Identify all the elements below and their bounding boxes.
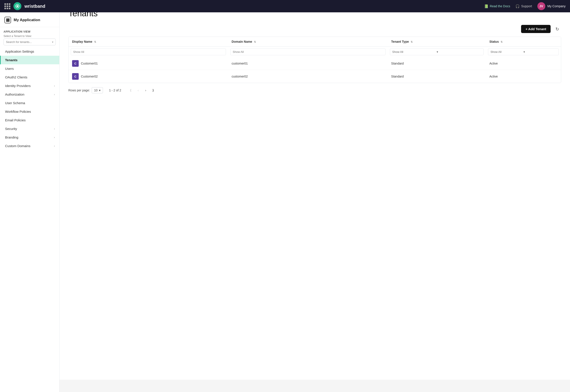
tenant-name-cell: C Customer02 — [72, 73, 225, 80]
sidebar-item-application-settings[interactable]: Application Settings — [0, 47, 59, 56]
nav-item-label: Tenants — [5, 58, 17, 62]
next-page-button[interactable]: › — [142, 87, 149, 94]
user-avatar: JV — [537, 2, 545, 10]
sidebar-item-branding[interactable]: Branding› — [0, 133, 59, 142]
chevron-right-icon: › — [54, 84, 55, 87]
chevron-right-icon: › — [54, 144, 55, 148]
book-icon: 📗 — [484, 4, 488, 8]
filter-dropdown-status[interactable]: Show All ▾ — [488, 48, 559, 55]
nav-item-label: Application Settings — [5, 50, 34, 53]
tenant-avatar: C — [72, 73, 79, 80]
col-header-tenant_type[interactable]: Tenant Type ⇅ — [388, 37, 486, 47]
tenant-selector-section: Application View Select a Tenant to View… — [0, 27, 59, 47]
headset-icon: 🎧 — [515, 4, 520, 8]
nav-item-label: Email Policies — [5, 118, 26, 122]
pagination: Rows per page: 10 ▾ 1 - 2 of 2 ⟪ ‹ › ⟫ — [68, 87, 561, 94]
sidebar-item-tenants[interactable]: Tenants — [0, 56, 59, 64]
top-navigation: wristband 📗 Read the Docs 🎧 Support JV M… — [0, 0, 570, 12]
rows-chevron-icon: ▾ — [99, 88, 101, 92]
tenant-name-cell: C Customer01 — [72, 60, 225, 67]
filter-chevron-icon: ▾ — [437, 50, 481, 54]
filter-cell-domain_name — [228, 47, 388, 57]
docs-link[interactable]: 📗 Read the Docs — [484, 4, 510, 8]
sidebar-item-custom-domains[interactable]: Custom Domains› — [0, 142, 59, 150]
nav-item-label: User Schema — [5, 101, 25, 105]
tenant-display-name: Customer02 — [81, 75, 98, 78]
filter-chevron-icon: ▾ — [524, 50, 556, 54]
main-content: Tenants + Add Tenant ↻ Display Name ⇅Dom… — [59, 0, 570, 380]
nav-item-label: Security — [5, 127, 17, 131]
col-header-domain_name[interactable]: Domain Name ⇅ — [228, 37, 388, 47]
sidebar-item-user-schema[interactable]: User Schema — [0, 99, 59, 107]
sidebar-item-workflow-policies[interactable]: Workflow Policies — [0, 107, 59, 116]
table-row[interactable]: C Customer02 customer02 Standard Active — [69, 70, 561, 83]
page-info: 1 - 2 of 2 — [109, 88, 121, 92]
chevron-right-icon: › — [54, 136, 55, 139]
svg-point-1 — [16, 5, 18, 7]
filter-cell-display_name — [69, 47, 228, 57]
tenant-select-label: Select a Tenant to View: — [3, 35, 56, 38]
support-label: Support — [521, 4, 532, 8]
sidebar-item-users[interactable]: Users — [0, 64, 59, 73]
app-icon: ⬛ — [4, 17, 11, 23]
rows-per-page-dropdown[interactable]: 10 ▾ — [92, 87, 103, 93]
rows-per-page-label: Rows per page: — [68, 88, 90, 92]
nav-item-label: Custom Domains — [5, 144, 30, 148]
page-navigation: ⟪ ‹ › ⟫ — [127, 87, 157, 94]
refresh-button[interactable]: ↻ — [553, 25, 561, 33]
table-toolbar: + Add Tenant ↻ — [68, 25, 561, 33]
chevron-right-icon: › — [54, 127, 55, 130]
tenant-search-input[interactable] — [6, 40, 52, 44]
tenant-avatar: C — [72, 60, 79, 67]
prev-page-button[interactable]: ‹ — [135, 87, 142, 94]
filter-cell-status: Show All ▾ — [486, 47, 561, 57]
add-tenant-button[interactable]: + Add Tenant — [521, 25, 551, 33]
support-link[interactable]: 🎧 Support — [515, 4, 532, 8]
app-brand-section: ⬛ My Application — [0, 12, 59, 27]
tenant-search-dropdown[interactable]: ▾ — [3, 39, 56, 45]
tenant-display-name: Customer01 — [81, 62, 98, 65]
table-header: Display Name ⇅Domain Name ⇅Tenant Type ⇅… — [69, 37, 561, 47]
brand-name: wristband — [25, 4, 45, 9]
filter-dropdown-tenant_type[interactable]: Show All ▾ — [390, 48, 484, 55]
first-page-button[interactable]: ⟪ — [127, 87, 134, 94]
col-header-status[interactable]: Status ⇅ — [486, 37, 561, 47]
sort-icon: ⇅ — [411, 41, 413, 43]
docs-label: Read the Docs — [490, 4, 510, 8]
topnav-right: 📗 Read the Docs 🎧 Support JV My Company — [484, 2, 566, 10]
nav-item-label: Identity Providers — [5, 84, 31, 88]
sort-icon: ⇅ — [254, 41, 256, 43]
tenant-type: Standard — [388, 70, 486, 83]
sidebar-item-authorization[interactable]: Authorization› — [0, 90, 59, 99]
nav-item-label: OAuth2 Clients — [5, 75, 27, 79]
chevron-right-icon: › — [54, 93, 55, 96]
tenant-status: Active — [486, 57, 561, 70]
col-header-display_name[interactable]: Display Name ⇅ — [69, 37, 228, 47]
user-menu[interactable]: JV My Company — [537, 2, 566, 10]
filter-input-domain_name[interactable] — [230, 48, 385, 55]
nav-item-label: Workflow Policies — [5, 110, 31, 113]
user-company: My Company — [548, 4, 566, 8]
filter-input-display_name[interactable] — [71, 48, 226, 55]
sort-icon: ⇅ — [94, 41, 96, 43]
rows-per-page-selector: Rows per page: 10 ▾ — [68, 87, 103, 93]
navigation-list: Application SettingsTenantsUsersOAuth2 C… — [0, 47, 59, 150]
nav-item-label: Users — [5, 67, 14, 70]
tenant-status: Active — [486, 70, 561, 83]
tenants-table: Display Name ⇅Domain Name ⇅Tenant Type ⇅… — [68, 37, 561, 83]
last-page-button[interactable]: ⟫ — [150, 87, 157, 94]
grid-icon[interactable] — [4, 3, 10, 9]
sidebar-item-security[interactable]: Security› — [0, 125, 59, 133]
sidebar-item-oauth2-clients[interactable]: OAuth2 Clients — [0, 73, 59, 82]
sidebar-item-email-policies[interactable]: Email Policies — [0, 116, 59, 125]
refresh-icon: ↻ — [555, 27, 559, 32]
sidebar-item-identity-providers[interactable]: Identity Providers› — [0, 82, 59, 90]
rows-per-page-value: 10 — [94, 88, 98, 92]
app-title: My Application — [14, 18, 40, 22]
table-row[interactable]: C Customer01 customer01 Standard Active — [69, 57, 561, 70]
tenant-domain: customer01 — [228, 57, 388, 70]
sort-icon: ⇅ — [501, 41, 503, 43]
brand-area: wristband — [4, 2, 45, 10]
sidebar: ⬛ My Application Application View Select… — [0, 12, 59, 380]
filter-cell-tenant_type: Show All ▾ — [388, 47, 486, 57]
